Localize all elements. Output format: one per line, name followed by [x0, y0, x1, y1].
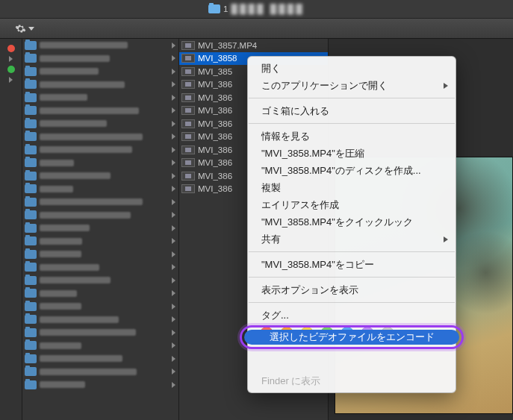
ctx-trash[interactable]: ゴミ箱に入れる — [248, 102, 456, 119]
ctx-alias[interactable]: エイリアスを作成 — [248, 196, 456, 213]
sidebar-folder-row[interactable] — [22, 169, 178, 183]
file-row[interactable]: MVI_3857.MP4 — [179, 39, 328, 52]
action-menu-button[interactable] — [9, 22, 40, 36]
sidebar-folder-row[interactable] — [22, 91, 178, 104]
chevron-right-icon — [172, 55, 175, 61]
tag-yellow[interactable] — [300, 327, 314, 340]
file-label: MVI_386 — [198, 119, 232, 128]
chevron-right-icon — [172, 342, 175, 348]
chevron-right-icon — [172, 134, 175, 140]
chevron-right-icon — [172, 330, 175, 336]
tag-gray[interactable] — [381, 327, 394, 340]
folder-icon — [25, 198, 37, 207]
sidebar-folder-row[interactable] — [22, 195, 178, 209]
tag-red[interactable] — [260, 327, 273, 340]
sidebar-folder-row[interactable] — [22, 104, 178, 118]
folder-icon — [25, 80, 37, 89]
path-title: 1 — [223, 4, 228, 13]
folder-icon — [25, 263, 37, 272]
folder-label-blurred — [40, 342, 81, 349]
folder-icon — [25, 354, 37, 363]
folder-icon — [25, 250, 37, 259]
ctx-get-info[interactable]: 情報を見る — [248, 128, 456, 145]
ctx-share[interactable]: 共有 — [248, 231, 456, 248]
folder-icon — [25, 341, 37, 350]
sidebar-folder-row[interactable] — [22, 287, 178, 301]
sidebar-folder-row[interactable] — [22, 183, 178, 196]
folder-icon — [25, 41, 37, 50]
sidebar-folder-row[interactable] — [22, 157, 178, 170]
folder-label-blurred — [40, 290, 77, 297]
sidebar-folder-row[interactable] — [22, 300, 178, 313]
ctx-compress[interactable]: "MVI_3858.MP4"を圧縮 — [248, 145, 456, 162]
sidebar-folder-row[interactable] — [22, 378, 178, 392]
file-label: MVI_386 — [198, 93, 232, 102]
sidebar-folder-row[interactable] — [22, 117, 178, 131]
video-file-icon — [181, 106, 195, 115]
chevron-right-icon — [172, 69, 175, 75]
ctx-view-options[interactable]: 表示オプションを表示 — [248, 281, 456, 298]
chevron-right-icon — [172, 251, 175, 257]
sidebar-folder-row[interactable] — [22, 143, 178, 157]
folder-icon — [25, 132, 37, 141]
chevron-right-icon — [172, 95, 175, 101]
folder-label-blurred — [40, 146, 132, 153]
folder-icon — [25, 315, 37, 324]
file-label: MVI_386 — [198, 158, 232, 167]
chevron-right-icon — [172, 369, 175, 374]
video-file-icon — [181, 80, 195, 89]
folder-icon — [25, 224, 37, 233]
chevron-right-icon — [172, 43, 175, 48]
tag-blue[interactable] — [341, 327, 354, 340]
sidebar-folder-row[interactable] — [22, 339, 178, 353]
tag-green[interactable] — [320, 327, 334, 340]
sidebar-folder-row[interactable] — [22, 78, 178, 92]
sidebar-folder-row[interactable] — [22, 52, 178, 66]
folder-label-blurred — [40, 264, 99, 271]
video-file-icon — [181, 145, 195, 154]
folder-label-blurred — [40, 94, 87, 101]
chevron-right-icon — [172, 238, 175, 244]
sidebar-folder-row[interactable] — [22, 248, 178, 261]
chevron-right-icon — [172, 173, 175, 179]
sidebar-folder-row[interactable] — [22, 366, 178, 379]
folder-icon — [25, 158, 37, 167]
folder-icon — [25, 93, 37, 102]
sidebar-folder-row[interactable] — [22, 39, 178, 52]
sidebar-folder-row[interactable] — [22, 235, 178, 248]
ctx-quicklook[interactable]: "MVI_3858.MP4"をクイックルック — [248, 213, 456, 231]
folder-icon — [25, 54, 37, 63]
file-label: MVI_386 — [198, 184, 232, 193]
video-file-icon — [181, 41, 195, 50]
green-dot-icon — [7, 66, 15, 73]
chevron-right-icon — [172, 81, 175, 87]
ctx-reveal-finder[interactable]: Finder に表示 — [248, 372, 456, 389]
video-file-icon — [181, 119, 195, 128]
sidebar-folder-row[interactable] — [22, 352, 178, 366]
folder-column[interactable] — [22, 39, 179, 420]
ctx-copy[interactable]: "MVI_3858.MP4"をコピー — [248, 256, 456, 273]
chevron-right-icon — [172, 278, 175, 283]
folder-label-blurred — [40, 355, 122, 362]
sidebar-folder-row[interactable] — [22, 209, 178, 222]
sidebar-folder-row[interactable] — [22, 274, 178, 287]
ctx-burn[interactable]: "MVI_3858.MP4"のディスクを作成... — [248, 162, 456, 179]
ctx-duplicate[interactable]: 複製 — [248, 179, 456, 196]
ctx-open-with[interactable]: このアプリケーションで開く — [248, 77, 456, 94]
sidebar-folder-row[interactable] — [22, 313, 178, 327]
chevron-right-icon — [172, 225, 175, 231]
folder-icon — [25, 145, 37, 154]
ctx-open[interactable]: 開く — [248, 60, 456, 77]
folder-label-blurred — [40, 316, 119, 323]
ctx-tag-row — [248, 324, 456, 345]
folder-label-blurred — [40, 238, 82, 245]
folder-label-blurred — [40, 303, 81, 310]
tag-purple[interactable] — [361, 327, 374, 340]
tag-orange[interactable] — [280, 327, 293, 340]
sidebar-folder-row[interactable] — [22, 65, 178, 78]
sidebar-folder-row[interactable] — [22, 261, 178, 275]
sidebar-folder-row[interactable] — [22, 326, 178, 339]
sidebar-folder-row[interactable] — [22, 131, 178, 144]
chevron-right-icon — [172, 356, 175, 362]
sidebar-folder-row[interactable] — [22, 222, 178, 235]
